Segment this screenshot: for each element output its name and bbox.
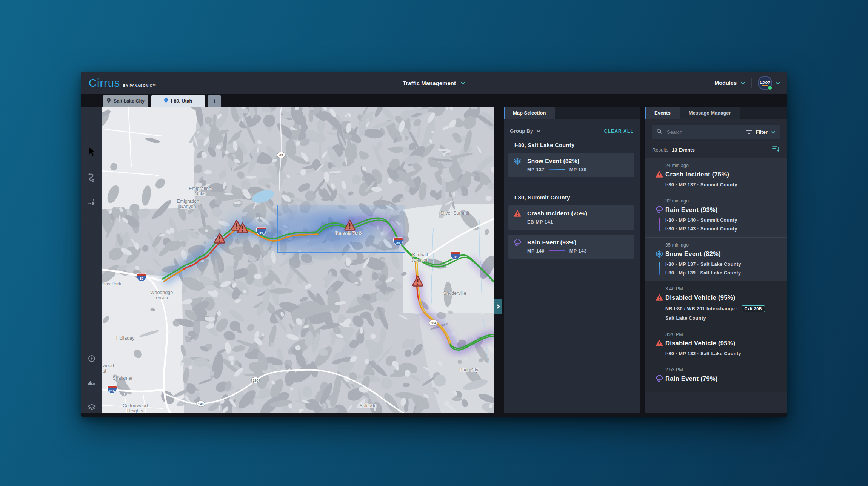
event-location: I-80 · MP 140 · Summit County	[665, 218, 781, 223]
crash-icon	[514, 210, 521, 218]
rain-icon	[514, 239, 521, 247]
terrain-button[interactable]	[81, 375, 102, 390]
event-time: 24 min ago	[665, 163, 781, 168]
pointer-tool-button[interactable]	[81, 144, 102, 159]
selection-section-header: I-80, Salt Lake County	[514, 142, 634, 148]
rain-icon	[656, 375, 663, 383]
event-location: NB I-80 / WB 201 Interchange ·Exit 20B	[665, 305, 781, 312]
brand-name: Cirrus	[89, 77, 120, 89]
range-bar	[659, 218, 660, 231]
card-range: MP 137MP 139	[527, 167, 630, 172]
route-shield: 65	[277, 152, 286, 158]
search-input[interactable]	[666, 129, 743, 135]
add-tab-button[interactable]: +	[208, 95, 221, 107]
brand-byline: BY PANASONIC™	[123, 84, 156, 87]
event-location: I-80 · MP 143 · Summit County	[665, 226, 781, 232]
selection-card-rain[interactable]: Rain Event (93%) MP 140MP 143	[508, 235, 634, 259]
event-time: 3:40 PM	[665, 286, 781, 291]
event-list-item[interactable]: 35 min ago Snow Event (82%) I-80 · MP 13…	[645, 237, 787, 281]
chevron-down-icon	[740, 81, 745, 85]
geolocate-button[interactable]	[81, 351, 102, 366]
app-window: Cirrus BY PANASONIC™ Traffic Management …	[81, 72, 787, 417]
events-group: 3:40 PM Disabled Vehicle (95%) NB I-80 /…	[645, 281, 787, 392]
filter-label: Filter	[756, 129, 768, 135]
module-selector-label: Traffic Management	[403, 80, 456, 86]
crash-icon	[656, 294, 663, 302]
event-title: Disabled Vehicle (95%)	[665, 294, 735, 301]
selection-card-crash[interactable]: Crash Incident (75%) EB MP 141	[508, 205, 634, 230]
clear-all-button[interactable]: CLEAR ALL	[604, 129, 634, 134]
event-title: Snow Event (82%)	[665, 250, 721, 258]
event-list-item[interactable]: 3:20 PM Disabled Vehicle (95%) I-80 · MP…	[645, 327, 787, 362]
selected-events-group: 24 min ago Crash Incident (75%) I-80 · M…	[645, 158, 787, 281]
range-line	[549, 250, 565, 251]
event-list-item[interactable]: 3:40 PM Disabled Vehicle (95%) NB I-80 /…	[645, 281, 787, 327]
crash-icon	[656, 171, 663, 178]
group-by-label: Group By	[510, 128, 533, 134]
range-bar	[659, 262, 660, 275]
event-location: I-80 · MP 137 · Salt Lake County	[665, 262, 781, 267]
modules-menu[interactable]: Modules	[714, 80, 745, 86]
filter-dropdown[interactable]: Filter	[746, 129, 776, 136]
chevron-down-icon	[771, 131, 776, 134]
interstate-shield: 80	[451, 252, 460, 260]
window-bottom-edge	[81, 413, 787, 417]
event-list-item[interactable]: 24 min ago Crash Incident (75%) I-80 · M…	[645, 158, 787, 193]
event-list-item[interactable]: 2:53 PM Rain Event (79%)	[645, 362, 787, 392]
chevron-down-icon	[775, 81, 780, 85]
tab-message-manager[interactable]: Message Manager	[680, 107, 740, 119]
selection-section-header: I-80, Summit County	[514, 195, 634, 201]
event-list-item[interactable]: 32 min ago Rain Event (93%) I-80 · MP 14…	[645, 193, 787, 237]
route-shield: 190	[197, 401, 205, 407]
selection-card-snow[interactable]: Snow Event (82%) MP 137MP 139	[508, 153, 634, 177]
sort-icon[interactable]	[772, 146, 780, 153]
modules-label: Modules	[714, 80, 737, 86]
map-selection-tabs: Map Selection	[504, 107, 640, 119]
search-icon	[657, 129, 662, 136]
tab-i80-utah[interactable]: I-80, Utah	[151, 95, 205, 107]
exit-badge: Exit 20B	[742, 305, 765, 312]
range-line	[549, 169, 565, 170]
user-menu[interactable]: UDOT	[758, 76, 780, 90]
event-time: 3:20 PM	[665, 332, 781, 337]
event-title: Rain Event (79%)	[665, 375, 718, 382]
event-title: Disabled Vehicle (95%)	[665, 340, 735, 347]
top-bar: Cirrus BY PANASONIC™ Traffic Management …	[81, 72, 787, 94]
divider	[751, 78, 752, 88]
map-pin-icon	[107, 98, 111, 104]
map-tab-strip: Salt Lake City I-80, Utah +	[81, 94, 787, 107]
expand-panel-button[interactable]	[494, 299, 502, 314]
map-canvas[interactable]: Emigration OaksEmigration Canyonons Park…	[102, 107, 494, 413]
map-toolbar	[81, 107, 102, 413]
interstate-shield: 80	[137, 273, 146, 281]
map-pin-icon	[164, 98, 168, 104]
brand-logo: Cirrus BY PANASONIC™	[89, 77, 156, 89]
interstate-shield: 80	[393, 238, 403, 245]
interstate-shield: 215	[107, 386, 117, 394]
avatar-text: UDOT	[760, 81, 770, 84]
tab-map-selection[interactable]: Map Selection	[504, 107, 555, 119]
search-bar: Filter	[652, 125, 780, 139]
chevron-down-icon	[460, 81, 465, 85]
card-title: Crash Incident (75%)	[527, 210, 630, 217]
route-draw-tool-button[interactable]	[81, 170, 102, 185]
group-by-dropdown[interactable]: Group By	[510, 128, 541, 134]
event-location: I-80 · Mp 139 · Salt Lake County	[665, 270, 781, 276]
rain-icon	[656, 206, 663, 214]
results-count: Results:13 Events	[652, 146, 695, 153]
crash-icon	[656, 340, 663, 347]
snow-icon	[656, 250, 663, 258]
filter-icon	[746, 129, 752, 136]
marquee-select-tool-button[interactable]	[81, 194, 102, 209]
avatar-accent	[762, 85, 768, 86]
module-selector[interactable]: Traffic Management	[403, 80, 465, 86]
card-location: EB MP 141	[527, 219, 630, 225]
tab-label: Salt Lake City	[114, 98, 145, 104]
card-title: Snow Event (82%)	[527, 158, 630, 164]
tab-events[interactable]: Events	[645, 107, 680, 119]
tab-salt-lake-city[interactable]: Salt Lake City	[103, 95, 148, 107]
tab-label: I-80, Utah	[171, 98, 192, 104]
event-time: 35 min ago	[665, 242, 781, 248]
layers-button[interactable]	[81, 400, 102, 415]
map-selection-rectangle	[277, 205, 405, 253]
